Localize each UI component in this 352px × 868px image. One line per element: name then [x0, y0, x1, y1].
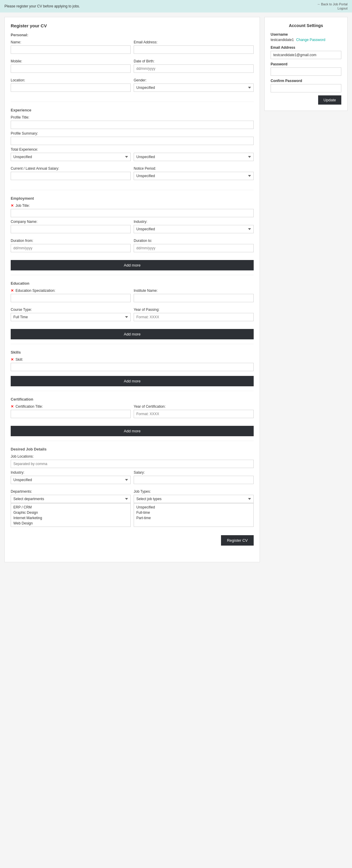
- company-group: Company Name:: [11, 220, 131, 233]
- course-type-label: Course Type:: [11, 308, 131, 312]
- page-container: Register your CV Personal: Name: Email A…: [0, 12, 352, 567]
- certification-add-more-button[interactable]: Add more: [11, 426, 254, 436]
- jobtype-item-parttime[interactable]: Part-time: [135, 515, 252, 521]
- cert-title-group: ✕ Certification Title:: [11, 404, 131, 418]
- salary-input[interactable]: [11, 172, 131, 180]
- name-group: Name:: [11, 40, 131, 54]
- personal-section: Personal: Name: Email Address: Mobile: D…: [11, 33, 254, 102]
- salary-label: Current / Latest Annual Salary:: [11, 166, 131, 170]
- register-btn-container: Register CV: [11, 532, 254, 546]
- edu-spec-input[interactable]: [11, 294, 131, 302]
- desired-salary-label: Salary:: [134, 470, 254, 474]
- job-title-input[interactable]: [11, 209, 254, 217]
- mobile-input[interactable]: [11, 64, 131, 73]
- dept-item-graphic[interactable]: Graphic Design: [12, 510, 129, 515]
- duration-from-label: Duration from:: [11, 239, 131, 243]
- dept-item-erp[interactable]: ERP / CRM: [12, 504, 129, 510]
- institute-input[interactable]: [134, 294, 254, 302]
- course-year-row: Course Type: Full Time Part Time Distanc…: [11, 308, 254, 323]
- mobile-dob-row: Mobile: Date of Birth:: [11, 59, 254, 75]
- dob-input[interactable]: [134, 64, 254, 73]
- profile-title-group: Profile Title:: [11, 115, 254, 129]
- username-field-label: Username: [270, 32, 341, 36]
- back-to-portal-link[interactable]: → Back to Job Portal: [317, 2, 348, 6]
- cert-year-input[interactable]: [134, 410, 254, 418]
- username-row: testcandidate1 Change Password: [270, 38, 341, 42]
- dob-label: Date of Birth:: [134, 59, 254, 63]
- logout-link[interactable]: Logout: [338, 6, 348, 10]
- salary-notice-row: Current / Latest Annual Salary: Notice P…: [11, 166, 254, 182]
- education-section: Education ✕ Education Specialization: In…: [11, 281, 254, 344]
- employment-add-more-button[interactable]: Add more: [11, 260, 254, 271]
- duration-to-group: Duration to:: [134, 239, 254, 252]
- dept-item-web[interactable]: Web Design: [12, 521, 129, 526]
- update-btn-container: Update: [270, 95, 341, 104]
- cert-title-input[interactable]: [11, 410, 131, 418]
- skill-input[interactable]: [11, 363, 254, 371]
- job-title-label: ✕ Job Title:: [11, 204, 254, 208]
- profile-title-input[interactable]: [11, 121, 254, 129]
- education-label: Education: [11, 281, 254, 285]
- course-type-group: Course Type: Full Time Part Time Distanc…: [11, 308, 131, 321]
- job-locations-input[interactable]: [11, 460, 254, 468]
- institute-label: Institute Name:: [134, 288, 254, 293]
- desired-industry-group: Industry: Unspecified IT Finance Healthc…: [11, 470, 131, 484]
- edu-spec-group: ✕ Education Specialization:: [11, 288, 131, 302]
- desired-job-section: Desired Job Details Job Locations: Indus…: [11, 447, 254, 550]
- mobile-label: Mobile:: [11, 59, 131, 63]
- departments-group: Departments: Select departments ERP / CR…: [11, 489, 131, 527]
- employment-label: Employment: [11, 196, 254, 200]
- total-exp-select1[interactable]: Unspecified 0-1 years 1-2 years 2-3 year…: [11, 153, 131, 161]
- notice-group: Notice Period: Unspecified Immediately 1…: [134, 166, 254, 180]
- update-button[interactable]: Update: [318, 95, 341, 104]
- education-add-more-button[interactable]: Add more: [11, 329, 254, 339]
- profile-summary-input[interactable]: [11, 137, 254, 145]
- departments-select[interactable]: Select departments ERP / CRM Graphic Des…: [11, 495, 131, 503]
- sidebar-email-input[interactable]: [270, 51, 341, 59]
- skill-group: ✕ Skill:: [11, 358, 254, 371]
- name-input[interactable]: [11, 45, 131, 54]
- dept-jobtypes-row: Departments: Select departments ERP / CR…: [11, 489, 254, 529]
- duration-to-input[interactable]: [134, 244, 254, 252]
- main-form: Register your CV Personal: Name: Email A…: [4, 17, 260, 562]
- desired-salary-input[interactable]: [134, 476, 254, 484]
- cert-year-label: Year of Certification:: [134, 404, 254, 409]
- skills-add-more-button[interactable]: Add more: [11, 376, 254, 386]
- year-passing-group: Year of Passing:: [134, 308, 254, 321]
- email-input[interactable]: [134, 45, 254, 54]
- profile-summary-group: Profile Summary:: [11, 131, 254, 145]
- skill-required-icon: ✕: [11, 358, 14, 362]
- change-password-link[interactable]: Change Password: [296, 38, 325, 42]
- jobtype-item-fulltime[interactable]: Full-time: [135, 510, 252, 515]
- notice-select[interactable]: Unspecified Immediately 1 week 2 weeks 1…: [134, 172, 254, 180]
- sidebar-password-input[interactable]: [270, 67, 341, 76]
- account-settings-title: Account Settings: [270, 23, 341, 28]
- desired-industry-select[interactable]: Unspecified IT Finance Healthcare Educat…: [11, 476, 131, 484]
- name-label: Name:: [11, 40, 131, 44]
- edu-spec-required-icon: ✕: [11, 288, 14, 293]
- name-email-row: Name: Email Address:: [11, 40, 254, 56]
- emp-industry-select[interactable]: Unspecified IT Finance Healthcare Educat…: [134, 225, 254, 233]
- jobtype-item-unspecified[interactable]: Unspecified: [135, 504, 252, 510]
- cert-year-group: Year of Certification:: [134, 404, 254, 418]
- year-passing-input[interactable]: [134, 313, 254, 321]
- gender-select[interactable]: Unspecified Male Female Other: [134, 84, 254, 92]
- company-input[interactable]: [11, 225, 131, 233]
- job-types-select[interactable]: Select job types Unspecified Full-time P…: [134, 495, 254, 503]
- banner-message: Please register your CV before applying …: [4, 4, 80, 8]
- register-cv-button[interactable]: Register CV: [221, 535, 254, 546]
- skill-label: ✕ Skill:: [11, 358, 254, 362]
- duration-from-input[interactable]: [11, 244, 131, 252]
- location-input[interactable]: [11, 84, 131, 92]
- total-exp-select2[interactable]: Unspecified months years: [134, 153, 254, 161]
- course-type-select[interactable]: Full Time Part Time Distance Learning: [11, 313, 131, 321]
- sidebar-confirm-password-input[interactable]: [270, 84, 341, 92]
- dept-item-internet[interactable]: Internet Marketing: [12, 515, 129, 521]
- job-title-required-icon: ✕: [11, 204, 14, 208]
- email-group: Email Address:: [134, 40, 254, 54]
- desired-salary-group: Salary:: [134, 470, 254, 484]
- cert-row: ✕ Certification Title: Year of Certifica…: [11, 404, 254, 421]
- edu-spec-institute-row: ✕ Education Specialization: Institute Na…: [11, 288, 254, 305]
- sidebar-password-label: Password: [270, 62, 341, 66]
- experience-label: Experience: [11, 108, 254, 112]
